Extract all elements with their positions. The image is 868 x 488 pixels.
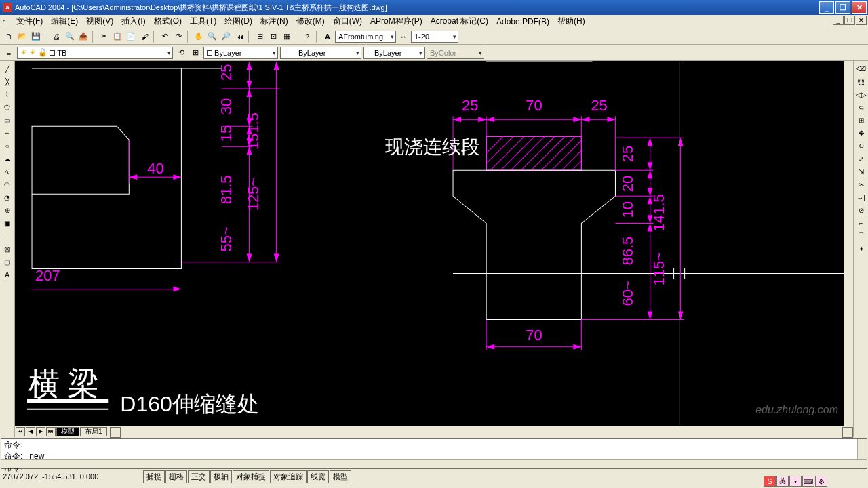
menu-acrobat[interactable]: Acrobat 标记(C) (427, 14, 492, 28)
ime-icon[interactable]: S (764, 476, 776, 487)
menu-help[interactable]: 帮助(H) (553, 14, 589, 28)
doc-minimize-button[interactable]: _ (833, 16, 844, 25)
explode-tool[interactable]: ✦ (855, 243, 867, 255)
move-tool[interactable]: ✥ (855, 127, 867, 139)
doc-close-button[interactable]: ✕ (856, 16, 867, 25)
copy-tool[interactable]: ⿻ (855, 75, 867, 87)
spline-tool[interactable]: ∿ (1, 165, 14, 178)
layer-dropdown[interactable]: ☀ ☀ 🔓 TB (17, 47, 173, 59)
menu-pdf[interactable]: Adobe PDF(B) (492, 16, 553, 28)
array-tool[interactable]: ⊞ (855, 114, 867, 126)
layer-states-button[interactable]: ⊞ (189, 47, 201, 59)
menu-file[interactable]: 文件(F) (12, 14, 47, 28)
ellipsearc-tool[interactable]: ◔ (1, 191, 14, 203)
ime-lang[interactable]: 英 (776, 476, 789, 487)
cmd-hscroll[interactable] (1, 459, 867, 468)
ime-kb[interactable]: ⌨ (802, 476, 814, 487)
zoom-prev-button[interactable]: ⏮ (233, 30, 245, 43)
erase-tool[interactable]: ⌫ (855, 62, 867, 75)
ellipse-tool[interactable]: ⬭ (1, 178, 14, 190)
tab-model[interactable]: 模型 (56, 427, 79, 436)
doc-restore-button[interactable]: ❐ (844, 16, 855, 25)
tab-first-button[interactable]: ⏮ (16, 427, 25, 436)
horizontal-scrollbar[interactable] (110, 427, 853, 436)
menu-edit[interactable]: 编辑(E) (47, 14, 82, 28)
insert-tool[interactable]: ⊕ (1, 204, 14, 216)
break-tool[interactable]: ⊘ (855, 204, 867, 216)
revcloud-tool[interactable]: ☁ (1, 152, 14, 165)
rectangle-tool[interactable]: ▭ (1, 114, 14, 126)
close-button[interactable]: ✕ (852, 1, 867, 14)
new-button[interactable]: 🗋 (3, 30, 15, 43)
layer-manager-button[interactable]: ≡ (3, 47, 15, 59)
tab-next-button[interactable]: ▶ (36, 427, 45, 436)
extend-tool[interactable]: →| (855, 191, 867, 203)
vertical-scrollbar[interactable] (844, 61, 853, 426)
stretch-tool[interactable]: ⇲ (855, 165, 867, 178)
redo-button[interactable]: ↷ (172, 30, 184, 43)
layer-prev-button[interactable]: ⟲ (175, 47, 187, 59)
cut-button[interactable]: ✂ (98, 30, 110, 43)
ime-mode[interactable]: • (789, 476, 802, 487)
pan-button[interactable]: ✋ (193, 30, 205, 43)
paste-button[interactable]: 📄 (125, 30, 137, 43)
menu-draw[interactable]: 绘图(D) (220, 14, 256, 28)
print-button[interactable]: 🖨 (50, 30, 62, 43)
menu-insert[interactable]: 插入(I) (117, 14, 149, 28)
ime-set[interactable]: ⚙ (815, 476, 827, 487)
point-tool[interactable]: · (1, 230, 14, 242)
fillet-tool[interactable]: ⌒ (855, 230, 867, 242)
designcenter-button[interactable]: ⊡ (267, 30, 279, 43)
publish-button[interactable]: 📤 (77, 30, 90, 43)
matchprop-button[interactable]: 🖌 (138, 30, 151, 43)
copy-button[interactable]: 📋 (111, 30, 123, 43)
menu-aprom[interactable]: AProM程序(P) (366, 14, 427, 28)
menu-tools[interactable]: 工具(T) (186, 14, 220, 28)
textstyle-dropdown[interactable]: AFromtuming (335, 30, 396, 43)
zoom-win-button[interactable]: 🔎 (220, 30, 232, 43)
menu-modify[interactable]: 修改(M) (292, 14, 329, 28)
mirror-tool[interactable]: ◁▷ (855, 88, 867, 100)
help-button[interactable]: ? (301, 30, 313, 43)
plotstyle-dropdown[interactable]: ByColor (427, 47, 484, 59)
zoom-rt-button[interactable]: 🔍 (206, 30, 218, 43)
cmd-vscroll[interactable] (857, 439, 867, 459)
dimscale-dropdown[interactable]: 1-20 (411, 30, 458, 43)
menu-view[interactable]: 视图(V) (82, 14, 117, 28)
chamfer-tool[interactable]: ⌐ (855, 217, 867, 229)
save-button[interactable]: 💾 (30, 30, 42, 43)
menu-window[interactable]: 窗口(W) (329, 14, 366, 28)
xline-tool[interactable]: ╳ (1, 75, 14, 87)
line-tool[interactable]: ╱ (1, 62, 14, 75)
hatch-tool[interactable]: ▨ (1, 243, 14, 255)
minimize-button[interactable]: _ (819, 1, 834, 14)
color-dropdown[interactable]: ByLayer (203, 47, 278, 59)
lineweight-dropdown[interactable]: — ByLayer (363, 47, 425, 59)
circle-tool[interactable]: ○ (1, 140, 14, 152)
command-window[interactable]: 命令: 命令: _new 命令: (1, 438, 867, 469)
drawing-canvas[interactable]: 40 207 (15, 61, 844, 426)
dimstyle-icon[interactable]: ↔ (397, 30, 410, 43)
tab-last-button[interactable]: ⏭ (46, 427, 56, 436)
offset-tool[interactable]: ⊂ (855, 101, 867, 113)
pline-tool[interactable]: ⌇ (1, 88, 14, 100)
block-tool[interactable]: ▣ (1, 217, 14, 229)
preview-button[interactable]: 🔍 (64, 30, 76, 43)
undo-button[interactable]: ↶ (159, 30, 171, 43)
text-tool[interactable]: A (1, 268, 14, 281)
menu-format[interactable]: 格式(O) (150, 14, 186, 28)
rotate-tool[interactable]: ↻ (855, 140, 867, 152)
scale-tool[interactable]: ⤢ (855, 152, 867, 165)
tab-prev-button[interactable]: ◀ (26, 427, 35, 436)
textstyle-icon[interactable]: A (321, 30, 334, 43)
arc-tool[interactable]: ⌢ (1, 127, 14, 139)
tab-layout1[interactable]: 布局1 (80, 427, 107, 436)
linetype-dropdown[interactable]: —— ByLayer (280, 47, 361, 59)
trim-tool[interactable]: ✂ (855, 178, 867, 190)
open-button[interactable]: 📂 (16, 30, 28, 43)
properties-button[interactable]: ⊞ (254, 30, 266, 43)
region-tool[interactable]: ▢ (1, 256, 14, 268)
toolpalettes-button[interactable]: ▦ (281, 30, 293, 43)
polygon-tool[interactable]: ⬠ (1, 101, 14, 113)
menu-dim[interactable]: 标注(N) (256, 14, 292, 28)
